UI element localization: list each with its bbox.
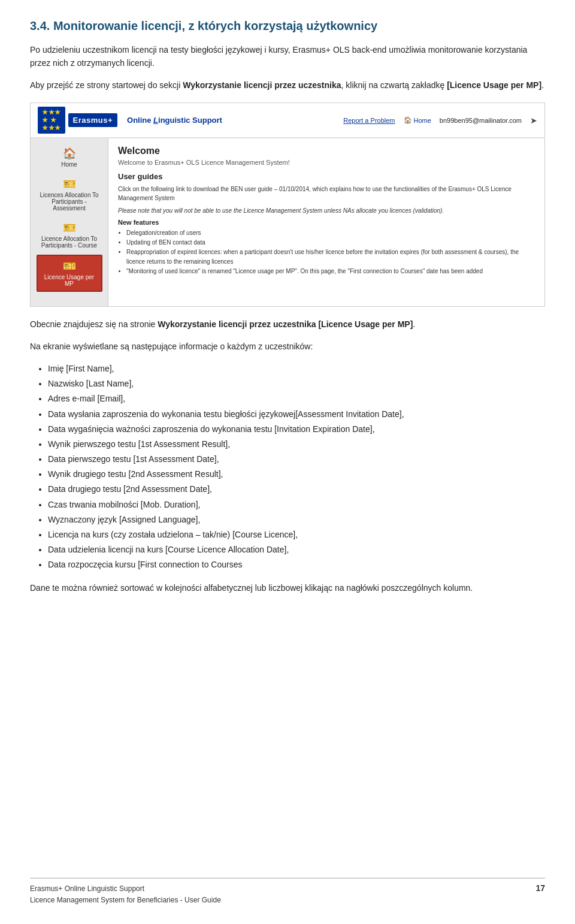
footer-line2: Licence Management System for Beneficiar… (30, 895, 221, 906)
list-item: Wynik pierwszego testu [1st Assessment R… (48, 437, 545, 452)
footer-left: Erasmus+ Online Linguistic Support Licen… (30, 883, 221, 906)
ols-title-part2: inguistic Support (158, 116, 222, 125)
sidebar-usage-label: Licence Usage per MP (44, 274, 94, 287)
instruction3: Na ekranie wyświetlane są następujące in… (30, 340, 545, 353)
list-item: Licencja na kurs (czy została udzielona … (48, 527, 545, 542)
course-sidebar-icon: 🎫 (39, 221, 100, 234)
features-list: Delegation/creation of usersUpdating of … (126, 228, 535, 276)
note-text: Please note that you will not be able to… (118, 207, 535, 214)
list-item: Wynik drugiego testu [2nd Assessment Res… (48, 467, 545, 482)
sidebar-item-course[interactable]: 🎫 Licence Allocation To Participants - C… (37, 218, 102, 252)
feature-item: Delegation/creation of users (126, 228, 535, 238)
instruction2: Obecnie znajdujesz się na stronie Wykorz… (30, 318, 545, 331)
instruction1-bracket: [Licence Usage per MP] (447, 80, 541, 90)
footer-page-number: 17 (535, 883, 545, 893)
usage-sidebar-icon: 🎫 (40, 259, 99, 273)
ols-main-content: Welcome Welcome to Erasmus+ OLS Licence … (108, 138, 544, 306)
instruction1-pre: Aby przejść ze strony startowej do sekcj… (30, 80, 183, 90)
list-item: Nazwisko [Last Name], (48, 376, 545, 391)
list-item: Data wygaśnięcia ważności zaproszenia do… (48, 422, 545, 437)
instruction2-end: . (413, 319, 415, 329)
feature-item: Reappropriation of expired licences: whe… (126, 247, 535, 267)
intro-paragraph: Po udzieleniu uczestnikom licencji na te… (30, 43, 545, 70)
instruction1: Aby przejść ze strony startowej do sekcj… (30, 78, 545, 92)
list-item: Imię [First Name], (48, 361, 545, 376)
erasmus-logo: ★★★★ ★★★★ (38, 107, 65, 134)
erasmus-stars: ★★★★ ★★★★ (42, 108, 61, 131)
list-item: Wyznaczony język [Assigned Language], (48, 512, 545, 527)
sidebar-item-home[interactable]: 🏠 Home (37, 143, 102, 171)
new-features-title: New features (118, 219, 535, 226)
sidebar-assessment-label: Licences Allocation To Participants - As… (40, 192, 98, 212)
instruction2-bold: Wykorzystanie licencji przez uczestnika … (158, 319, 413, 329)
sidebar-item-usage[interactable]: 🎫 Licence Usage per MP (37, 255, 102, 292)
feature-item: Updating of BEN contact data (126, 238, 535, 247)
footer-line1: Erasmus+ Online Linguistic Support (30, 883, 221, 895)
page-footer: Erasmus+ Online Linguistic Support Licen… (30, 878, 545, 906)
home-label: Home (414, 117, 431, 124)
ols-nav-right: Report a Problem 🏠 Home bn99ben95@mailin… (343, 116, 537, 125)
guides-title: User guides (118, 172, 535, 181)
ols-title: Online Linguistic Support (127, 116, 222, 125)
list-item: Data rozpoczęcia kursu [First connection… (48, 557, 545, 572)
info-list: Imię [First Name],Nazwisko [Last Name],A… (48, 361, 545, 573)
feature-item: "Monitoring of used licence" is renamed … (126, 267, 535, 276)
list-item: Adres e-mail [Email], (48, 391, 545, 406)
welcome-title: Welcome (118, 146, 535, 156)
sidebar-home-label: Home (61, 161, 77, 168)
ols-header: ★★★★ ★★★★ Erasmus+ Online Linguistic Sup… (31, 103, 544, 138)
closing-paragraph: Dane te można również sortować w kolejno… (30, 581, 545, 594)
ols-body: 🏠 Home 🎫 Licences Allocation To Particip… (31, 138, 544, 306)
assessment-sidebar-icon: 🎫 (39, 177, 100, 191)
instruction1-post: , kliknij na czwartą zakładkę (341, 80, 447, 90)
user-email: bn99ben95@mailinator.com (440, 117, 522, 124)
ols-sidebar: 🏠 Home 🎫 Licences Allocation To Particip… (31, 138, 108, 306)
list-item: Data wysłania zaproszenia do wykonania t… (48, 407, 545, 422)
instruction2-pre: Obecnie znajdujesz się na stronie (30, 319, 158, 329)
home-nav[interactable]: 🏠 Home (404, 116, 431, 124)
ols-screenshot: ★★★★ ★★★★ Erasmus+ Online Linguistic Sup… (30, 102, 545, 307)
guide-text: Click on the following link to download … (118, 185, 535, 203)
list-item: Data pierwszego testu [1st Assessment Da… (48, 452, 545, 467)
sidebar-course-label: Licence Allocation To Participants - Cou… (41, 235, 97, 249)
report-link[interactable]: Report a Problem (343, 117, 395, 124)
erasmus-plus-label: Erasmus+ (68, 113, 118, 127)
ols-title-L: L (153, 116, 158, 125)
logout-icon[interactable]: ➤ (530, 116, 537, 125)
list-item: Czas trwania mobilności [Mob. Duration], (48, 497, 545, 512)
ols-logo: ★★★★ ★★★★ Erasmus+ (38, 107, 117, 134)
section-title: 3.4. Monitorowanie licencji, z których k… (30, 18, 545, 34)
welcome-subtitle: Welcome to Erasmus+ OLS Licence Manageme… (118, 159, 535, 166)
list-item: Data drugiego testu [2nd Assessment Date… (48, 482, 545, 497)
instruction1-bold: Wykorzystanie licencji przez uczestnika (183, 80, 341, 90)
home-icon: 🏠 (404, 116, 412, 124)
ols-title-part1: Online (127, 116, 153, 125)
home-sidebar-icon: 🏠 (39, 147, 100, 160)
instruction1-end: . (541, 80, 544, 90)
list-item: Data udzielenia licencji na kurs [Course… (48, 542, 545, 557)
sidebar-item-assessment[interactable]: 🎫 Licences Allocation To Participants - … (37, 174, 102, 215)
